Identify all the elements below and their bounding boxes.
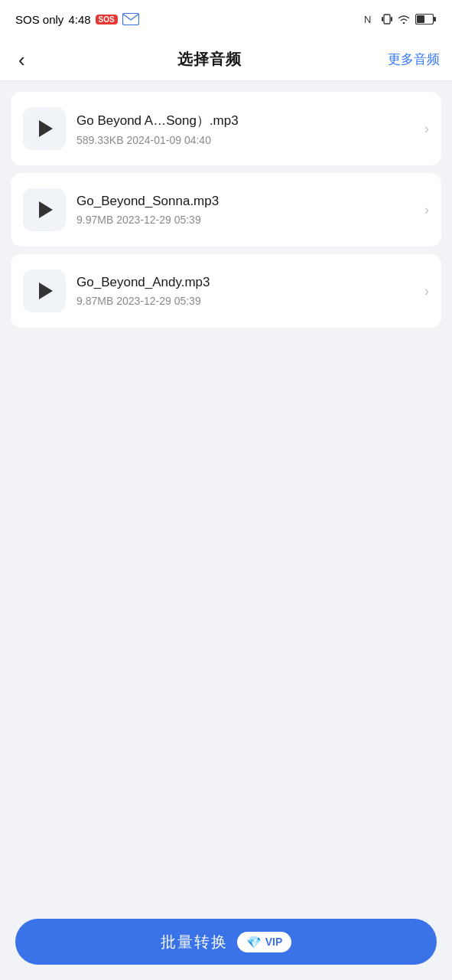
more-audio-button[interactable]: 更多音频	[388, 51, 440, 68]
nfc-icon: N	[364, 12, 378, 26]
status-left: SOS only 4:48 SOS	[15, 13, 139, 26]
chevron-right-icon: ›	[424, 121, 429, 137]
play-button-1[interactable]	[23, 188, 66, 231]
play-button-2[interactable]	[23, 270, 66, 312]
vibrate-icon	[382, 12, 392, 26]
chevron-right-icon: ›	[424, 202, 429, 218]
audio-meta: 9.97MB 2023-12-29 05:39	[76, 214, 414, 226]
audio-name: Go_Beyond_Sonna.mp3	[76, 194, 414, 209]
mail-icon	[122, 13, 139, 25]
audio-card[interactable]: Go Beyond A…Song）.mp3 589.33KB 2024-01-0…	[11, 92, 441, 165]
nav-bar: ‹ 选择音频 更多音频	[0, 38, 452, 81]
audio-name: Go_Beyond_Andy.mp3	[76, 275, 414, 290]
bottom-bar: 批量转换 💎 VIP	[0, 910, 452, 980]
audio-info-0: Go Beyond A…Song）.mp3 589.33KB 2024-01-0…	[76, 112, 414, 146]
svg-rect-4	[391, 17, 392, 21]
svg-rect-6	[417, 15, 424, 23]
audio-list: Go Beyond A…Song）.mp3 589.33KB 2024-01-0…	[0, 81, 452, 980]
svg-rect-3	[382, 17, 383, 21]
chevron-right-icon: ›	[424, 283, 429, 299]
play-triangle-icon	[39, 283, 53, 299]
wifi-icon	[396, 13, 411, 25]
play-triangle-icon	[39, 120, 53, 137]
vip-badge: 💎 VIP	[237, 932, 292, 952]
sos-text: SOS only	[15, 13, 63, 26]
audio-info-1: Go_Beyond_Sonna.mp3 9.97MB 2023-12-29 05…	[76, 194, 414, 226]
status-right: N	[364, 12, 437, 26]
svg-rect-7	[434, 17, 436, 21]
audio-meta: 9.87MB 2023-12-29 05:39	[76, 295, 414, 307]
audio-info-2: Go_Beyond_Andy.mp3 9.87MB 2023-12-29 05:…	[76, 275, 414, 307]
status-bar: SOS only 4:48 SOS N	[0, 0, 452, 38]
vip-diamond-icon: 💎	[246, 935, 262, 949]
batch-convert-button[interactable]: 批量转换 💎 VIP	[15, 919, 437, 965]
svg-text:N: N	[364, 14, 371, 25]
audio-name: Go Beyond A…Song）.mp3	[76, 112, 414, 129]
convert-label: 批量转换	[161, 932, 228, 952]
audio-meta: 589.33KB 2024-01-09 04:40	[76, 134, 414, 146]
time-text: 4:48	[68, 13, 90, 26]
play-button-0[interactable]	[23, 107, 66, 150]
play-triangle-icon	[39, 201, 53, 218]
vip-text: VIP	[265, 936, 283, 948]
battery-icon	[415, 14, 437, 24]
sos-badge: SOS	[96, 15, 118, 24]
audio-card[interactable]: Go_Beyond_Andy.mp3 9.87MB 2023-12-29 05:…	[11, 254, 441, 328]
svg-rect-2	[384, 15, 390, 24]
page-title: 选择音频	[177, 49, 242, 70]
back-button[interactable]: ‹	[12, 44, 31, 76]
audio-card[interactable]: Go_Beyond_Sonna.mp3 9.97MB 2023-12-29 05…	[11, 173, 441, 247]
